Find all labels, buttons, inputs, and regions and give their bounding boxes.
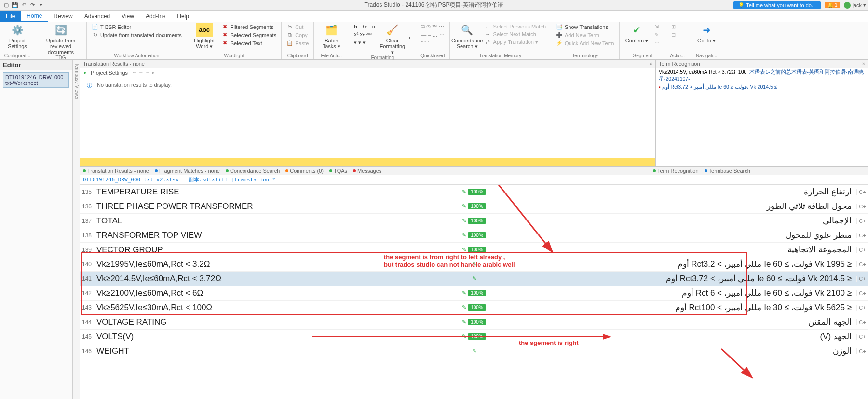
tab-term-recognition[interactable]: Term Recognition bbox=[653, 168, 699, 174]
source-text[interactable]: Vk≥2100V,Ie≤60mA,Rct < 6Ω bbox=[95, 289, 457, 298]
target-text[interactable]: ≤ 2100 Vk فولت، ≥ Ie 60 مللي أمبير، > Rc… bbox=[491, 288, 856, 298]
close-icon[interactable]: × bbox=[862, 61, 865, 67]
source-text[interactable]: THREE PHASE POWER TRANSFORMER bbox=[95, 202, 457, 211]
tab-home[interactable]: Home bbox=[21, 11, 48, 22]
qat-icon[interactable]: ▢ bbox=[3, 2, 10, 9]
update-from-reviewed-button[interactable]: 🔄Update from reviewed documents bbox=[39, 23, 82, 55]
seg-opt-icon[interactable]: ⋯ bbox=[653, 40, 662, 47]
quickinsert-row[interactable]: “ ” ‘ ’ bbox=[420, 40, 445, 46]
target-text[interactable]: محول الطاقة ثلاثي الطور bbox=[491, 201, 856, 211]
quickinsert-row[interactable]: — – … ⋯ bbox=[420, 31, 445, 39]
target-text[interactable]: الإجمالي bbox=[491, 216, 856, 226]
seg-opt-icon[interactable]: ⇲ bbox=[653, 23, 662, 30]
formatting-row2[interactable]: x² x₂ ᴬᵇᶜ bbox=[353, 31, 376, 38]
action-icon[interactable]: ⊞ bbox=[670, 23, 685, 30]
tab-concordance[interactable]: Concordance Search bbox=[226, 168, 280, 174]
copy-button[interactable]: ⧉Copy bbox=[285, 31, 310, 39]
show-translations-button[interactable]: 📑Show Translations bbox=[555, 23, 615, 30]
segment-row[interactable]: 141Vk≥2014.5V,Ie≤60mA,Rct < 3.72Ω✎≤ 2014… bbox=[80, 272, 868, 286]
segment-row[interactable]: 140Vk≥1995V,Ie≤60mA,Rct < 3.2Ω✎≤ 1995 Vk… bbox=[80, 257, 868, 272]
tab-fragment-matches[interactable]: Fragment Matches - none bbox=[155, 168, 220, 174]
target-text[interactable]: الجهد (V) bbox=[491, 331, 856, 342]
target-text[interactable]: ≤ 5625 Vk فولت، ≥ Ie 30 مللي أمبير، > Rc… bbox=[491, 303, 856, 313]
tab-messages[interactable]: Messages bbox=[353, 168, 381, 174]
select-next-match-button[interactable]: →Select Next Match bbox=[484, 31, 547, 38]
save-icon[interactable]: 💾 bbox=[12, 2, 18, 9]
origin-badge: C+ bbox=[856, 319, 868, 325]
tab-addins[interactable]: Add-Ins bbox=[140, 11, 171, 22]
user-menu[interactable]: jack ▾ bbox=[844, 2, 866, 9]
update-translated-button[interactable]: ↻Update from translated documents bbox=[91, 31, 183, 39]
source-text[interactable]: TOTAL bbox=[95, 216, 457, 226]
qat-dropdown-icon[interactable]: ▾ bbox=[38, 2, 44, 9]
tab-termbase-search[interactable]: Termbase Search bbox=[705, 168, 750, 174]
target-text[interactable]: ارتفاع الحرارة bbox=[491, 187, 856, 197]
selected-text-button[interactable]: ✖Selected Text bbox=[221, 40, 277, 47]
segment-row[interactable]: 137TOTAL✎100%الإجماليC+ bbox=[80, 214, 868, 228]
selected-segments-button[interactable]: ✖Selected Segments bbox=[221, 31, 277, 39]
segment-row[interactable]: 146WEIGHT✎الوزنC+ bbox=[80, 344, 868, 358]
source-text[interactable]: TEMPERATURE RISE bbox=[95, 187, 457, 197]
goto-button[interactable]: ➜Go To ▾ bbox=[693, 23, 720, 43]
confirm-button[interactable]: ✔Confirm ▾ bbox=[624, 23, 651, 43]
highlight-word-button[interactable]: abcHighlight Word ▾ bbox=[191, 23, 218, 49]
source-text[interactable]: Vk≥5625V,Ie≤30mA,Rct < 100Ω bbox=[95, 303, 457, 313]
source-text[interactable]: Vk≥1995V,Ie≤60mA,Rct < 3.2Ω bbox=[95, 260, 457, 269]
concordance-button[interactable]: 🔍Concordance Search ▾ bbox=[454, 23, 481, 49]
target-text[interactable]: المجموعة الاتجاهية bbox=[491, 245, 856, 255]
batch-tasks-button[interactable]: 🗂️Batch Tasks ▾ bbox=[318, 23, 345, 49]
segment-row[interactable]: 136THREE PHASE POWER TRANSFORMER✎100%محو… bbox=[80, 199, 868, 214]
target-text[interactable]: منظر علوي للمحول bbox=[491, 230, 856, 240]
target-text[interactable]: ≤ 2014.5 Vk فولت، ≥ Ie 60 مللي أمبير، > … bbox=[491, 274, 856, 284]
close-icon[interactable]: × bbox=[650, 61, 652, 67]
source-text[interactable]: WEIGHT bbox=[95, 346, 457, 356]
formatting-row1[interactable]: b bi u bbox=[353, 23, 376, 30]
tab-review[interactable]: Review bbox=[48, 11, 78, 22]
paste-button[interactable]: 📋Paste bbox=[285, 40, 310, 47]
termbase-viewer-tab[interactable]: Termbase Viewer bbox=[72, 60, 80, 399]
pilcrow-icon[interactable]: ¶ bbox=[409, 36, 412, 42]
segment-row[interactable]: 144VOLTAGE RATING✎100%الجهه المقننC+ bbox=[80, 315, 868, 330]
quick-add-term-button[interactable]: ⚡Quick Add New Term bbox=[555, 40, 615, 47]
tab-advanced[interactable]: Advanced bbox=[79, 11, 116, 22]
document-item[interactable]: DTL0191246_DRW_000-txt-Worksheet bbox=[3, 72, 69, 88]
add-new-term-button[interactable]: ➕Add New Term bbox=[555, 31, 615, 39]
undo-icon[interactable]: ↶ bbox=[20, 2, 27, 9]
target-text[interactable]: ≤ 1995 Vk فولت، ≥ Ie 60 مللي أمبير، > Rc… bbox=[491, 259, 856, 269]
source-text[interactable]: VECTOR GROUP bbox=[95, 245, 457, 255]
redo-icon[interactable]: ↷ bbox=[29, 2, 36, 9]
segment-row[interactable]: 142Vk≥2100V,Ie≤60mA,Rct < 6Ω✎100%≤ 2100 … bbox=[80, 286, 868, 301]
target-text[interactable]: الوزن bbox=[491, 346, 856, 356]
tab-tqas[interactable]: TQAs bbox=[329, 168, 347, 174]
action-icon[interactable]: ⊟ bbox=[670, 31, 685, 39]
clear-formatting-button[interactable]: 🧹Clear Formatting ▾ bbox=[379, 23, 406, 55]
file-tab[interactable]: DTL0191246_DRW_000-txt-v2.xlsx - 副本.sdlx… bbox=[80, 175, 868, 185]
segment-row[interactable]: 145VOLTS(V)✎100%الجهد (V)C+ bbox=[80, 330, 868, 344]
tbsr-editor-button[interactable]: 📄T-BSR Editor bbox=[91, 23, 183, 30]
quickinsert-row[interactable]: © ® ™ ⋯ bbox=[420, 23, 445, 30]
project-settings-button[interactable]: ⚙️Project Settings bbox=[4, 23, 31, 49]
target-text[interactable]: الجهه المقنن bbox=[491, 317, 856, 327]
seg-opt-icon[interactable]: ✎ bbox=[653, 31, 662, 39]
segment-row[interactable]: 138TRANSFORMER TOP VIEW✎100%منظر علوي لل… bbox=[80, 228, 868, 243]
source-text[interactable]: VOLTAGE RATING bbox=[95, 317, 457, 327]
apply-translation-button[interactable]: ⇄Apply Translation ▾ bbox=[484, 39, 547, 46]
tell-me-search[interactable]: Tell me what you want to do... bbox=[733, 1, 821, 9]
project-settings-link[interactable]: Project Settings bbox=[91, 70, 128, 76]
cut-button[interactable]: ✂Cut bbox=[285, 23, 310, 30]
select-prev-match-button[interactable]: ←Select Previous Match bbox=[484, 23, 547, 30]
tab-help[interactable]: Help bbox=[171, 11, 195, 22]
source-text[interactable]: VOLTS(V) bbox=[95, 332, 457, 342]
segment-row[interactable]: 135TEMPERATURE RISE✎100%ارتفاع الحرارةC+ bbox=[80, 185, 868, 199]
segment-row[interactable]: 139VECTOR GROUP✎100%المجموعة الاتجاهيةC+ bbox=[80, 243, 868, 257]
tab-translation-results[interactable]: Translation Results - none bbox=[83, 168, 149, 174]
tab-view[interactable]: View bbox=[116, 11, 140, 22]
filtered-segments-button[interactable]: ✖Filtered Segments bbox=[221, 23, 277, 30]
segment-row[interactable]: 143Vk≥5625V,Ie≤30mA,Rct < 100Ω✎100%≤ 562… bbox=[80, 301, 868, 315]
notification-badge[interactable]: 🔔 1 bbox=[825, 2, 840, 8]
tab-file[interactable]: File bbox=[0, 11, 21, 22]
source-text[interactable]: Vk≥2014.5V,Ie≤60mA,Rct < 3.72Ω bbox=[95, 274, 457, 284]
formatting-row3[interactable]: ▾ ▾ ▾ bbox=[353, 39, 376, 46]
tab-comments[interactable]: Comments (0) bbox=[285, 168, 324, 174]
source-text[interactable]: TRANSFORMER TOP VIEW bbox=[95, 231, 457, 240]
